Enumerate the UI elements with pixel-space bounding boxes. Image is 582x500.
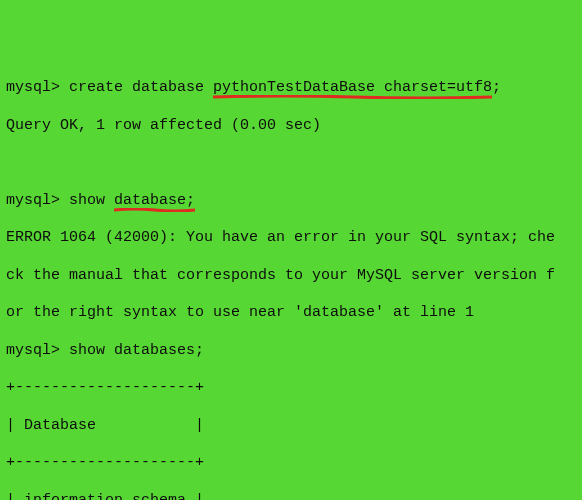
line-err1: ERROR 1064 (42000): You have an error in… xyxy=(6,229,576,248)
cmd-target: pythonTestDataBase charset=utf8 xyxy=(213,79,492,96)
line-err2: ck the manual that corresponds to your M… xyxy=(6,267,576,286)
line-cmd-showbad: mysql> show database; xyxy=(6,192,576,211)
prompt: mysql> xyxy=(6,79,69,96)
underline-showbad: database; xyxy=(114,192,195,209)
table-row: | information_schema | xyxy=(6,492,576,501)
table-border-mid: +--------------------+ xyxy=(6,454,576,473)
table-border-top: +--------------------+ xyxy=(6,379,576,398)
cmd-text: create database xyxy=(69,79,213,96)
line-err3: or the right syntax to use near 'databas… xyxy=(6,304,576,323)
table-header: | Database | xyxy=(6,417,576,436)
prompt: mysql> xyxy=(6,342,69,359)
cmd-text: show databases; xyxy=(69,342,204,359)
line-cmd-showgood: mysql> show databases; xyxy=(6,342,576,361)
cmd-text: show xyxy=(69,192,114,209)
cmd-target: database; xyxy=(114,192,195,209)
blank-line xyxy=(6,154,576,173)
underline-create: pythonTestDataBase charset=utf8 xyxy=(213,79,492,96)
cmd-suffix: ; xyxy=(492,79,501,96)
line-ok: Query OK, 1 row affected (0.00 sec) xyxy=(6,117,576,136)
prompt: mysql> xyxy=(6,192,69,209)
line-cmd-create: mysql> create database pythonTestDataBas… xyxy=(6,79,576,98)
